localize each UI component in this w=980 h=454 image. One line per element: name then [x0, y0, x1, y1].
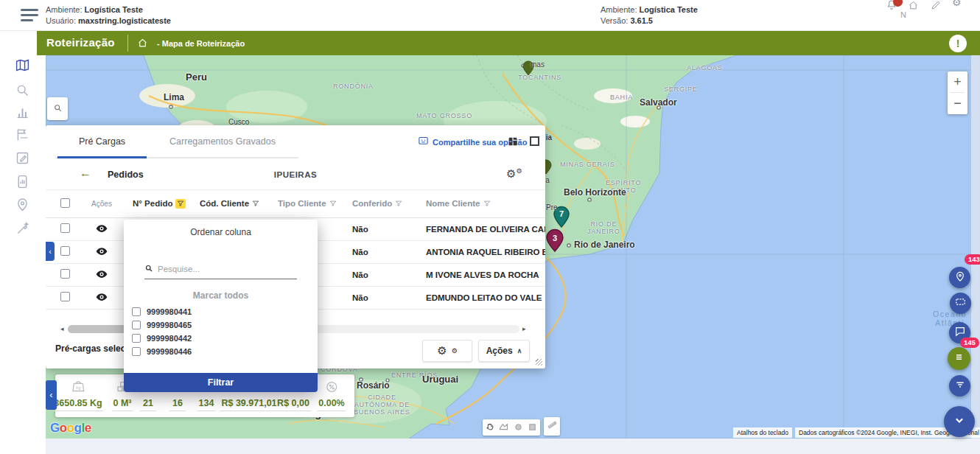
- filter-option[interactable]: 9999980442: [132, 332, 192, 344]
- view-eye-icon[interactable]: [95, 222, 108, 235]
- filter-funnel-icon[interactable]: [252, 200, 259, 209]
- header-icons: ⚙: [886, 1, 964, 11]
- zoom-in-button[interactable]: +: [948, 71, 967, 92]
- option-checkbox[interactable]: [132, 347, 141, 356]
- filter-search-input[interactable]: [158, 265, 297, 273]
- map-edge-strip: [971, 55, 980, 439]
- home-icon[interactable]: [908, 1, 920, 11]
- search-icon: [144, 262, 153, 276]
- panel-resize-handle[interactable]: [536, 359, 542, 366]
- select-all-label[interactable]: Marcar todos: [124, 290, 318, 301]
- view-eye-icon[interactable]: [95, 290, 108, 304]
- rectangle-tool-icon[interactable]: [527, 422, 539, 433]
- sidebar-item-milestones-icon[interactable]: [15, 127, 31, 143]
- menu-icon[interactable]: [21, 9, 38, 22]
- layout-grid-icon[interactable]: [508, 136, 518, 147]
- dashed-rectangle-icon: [954, 296, 967, 311]
- cell-nome-cliente: FERNANDA DE OLIVEIRA CARDO: [421, 225, 545, 234]
- feedback-icon: [418, 136, 429, 148]
- collapse-fab-button[interactable]: [944, 406, 975, 437]
- map-search-button[interactable]: [47, 97, 68, 120]
- filter-funnel-icon[interactable]: [329, 200, 337, 209]
- left-sidebar: [0, 31, 46, 454]
- environment-info: Ambiente: Logística Teste Usuário: maxst…: [46, 4, 171, 27]
- column-tipo-cliente[interactable]: Tipo Cliente: [276, 199, 351, 209]
- map-marker-cluster-7[interactable]: 7: [554, 207, 569, 228]
- cell-nome-cliente: M IVONE ALVES DA ROCHA: [421, 270, 545, 279]
- map-marker-cluster-3[interactable]: 3: [547, 230, 563, 252]
- tab-carregamentos-gravados[interactable]: Carregamentos Gravados: [160, 125, 285, 158]
- filter-option[interactable]: 9999980446: [132, 346, 192, 357]
- row-checkbox[interactable]: [60, 269, 70, 279]
- view-eye-icon[interactable]: [95, 268, 108, 281]
- percent-coin-icon: [317, 379, 346, 397]
- circle-tool-icon[interactable]: [513, 422, 525, 433]
- actions-button[interactable]: Ações∧: [478, 340, 530, 362]
- option-checkbox[interactable]: [132, 334, 141, 343]
- app-screen: 7 3 Peru Lima Cusco RONDÔNIA MATO GROSSO…: [0, 0, 980, 454]
- sidebar-item-search-icon[interactable]: [15, 83, 31, 99]
- filter-fab-button[interactable]: [949, 375, 970, 397]
- ruler-toolbar: [544, 417, 560, 436]
- column-nome-cliente[interactable]: Nome Cliente: [421, 199, 545, 209]
- maximize-icon[interactable]: [530, 136, 539, 146]
- map-draw-toolbar: [483, 419, 540, 436]
- stat-percent: 0.00%: [317, 379, 346, 411]
- bell-icon[interactable]: [886, 1, 897, 11]
- row-checkbox[interactable]: [60, 246, 70, 256]
- option-checkbox[interactable]: [132, 321, 141, 329]
- sidebar-item-map-icon[interactable]: [15, 57, 31, 74]
- user-initial: N: [900, 10, 906, 19]
- ruler-icon[interactable]: [546, 419, 559, 434]
- markers-fab-button[interactable]: [949, 267, 970, 288]
- filter-option[interactable]: 9999980441: [132, 306, 192, 318]
- filter-funnel-icon-active[interactable]: [175, 199, 186, 209]
- context-title: IPUEIRAS: [46, 170, 545, 179]
- svg-text:7: 7: [559, 209, 564, 218]
- option-checkbox[interactable]: [132, 307, 141, 316]
- notification-badge: [893, 0, 903, 7]
- list-fab-button[interactable]: [948, 347, 970, 370]
- map-zoom-control: + −: [948, 71, 967, 114]
- filter-option[interactable]: 9999980465: [132, 319, 192, 331]
- keyboard-shortcuts-link[interactable]: Atalhos do teclado: [733, 427, 792, 438]
- view-eye-icon[interactable]: [95, 245, 108, 258]
- zoom-out-button[interactable]: −: [948, 93, 967, 114]
- scroll-left-arrow[interactable]: ◂: [60, 325, 64, 333]
- pencil-icon[interactable]: [930, 1, 942, 11]
- home-icon[interactable]: [137, 38, 148, 49]
- polygon-tool-icon[interactable]: [498, 422, 510, 433]
- pan-hand-icon[interactable]: [484, 422, 496, 433]
- row-checkbox[interactable]: [60, 223, 70, 233]
- table-settings-button[interactable]: ⚙⚙: [506, 167, 522, 181]
- filter-funnel-icon[interactable]: [483, 200, 491, 209]
- column-pedido[interactable]: N° Pedido: [121, 199, 197, 209]
- list-count-badge: 145: [960, 338, 979, 348]
- sidebar-item-tools-icon[interactable]: [15, 220, 31, 237]
- filter-search: [144, 262, 297, 276]
- cell-nome-cliente: EDMUNDO LEITAO DO VALE: [421, 293, 545, 302]
- search-underline: [144, 279, 297, 279]
- row-checkbox[interactable]: [60, 292, 70, 301]
- scroll-right-arrow[interactable]: ▸: [522, 325, 526, 333]
- stats-collapse-chevron[interactable]: ‹: [46, 380, 57, 410]
- select-all-checkbox[interactable]: [60, 198, 70, 208]
- alert-button[interactable]: !: [949, 35, 967, 52]
- sidebar-item-chart-icon[interactable]: [15, 105, 31, 121]
- top-header: Ambiente: Logística Teste Usuário: maxst…: [0, 0, 980, 31]
- panel-tabs: Pré Cargas Carregamentos Gravados Compar…: [46, 125, 545, 158]
- sidebar-item-report-icon[interactable]: [15, 174, 31, 190]
- select-area-fab-button[interactable]: [950, 293, 971, 314]
- cell-conferido: Não: [351, 270, 421, 279]
- cell-nome-cliente: ANTONIA RAQUEL RIBEIRO BOM: [421, 248, 545, 256]
- gear-icon[interactable]: ⚙: [952, 0, 964, 9]
- sidebar-item-edit-icon[interactable]: [15, 150, 31, 167]
- apply-filter-button[interactable]: Filtrar: [124, 373, 318, 392]
- panel-collapse-chevron[interactable]: ‹: [46, 242, 55, 261]
- column-cod-cliente[interactable]: Cód. Cliente: [197, 199, 276, 209]
- column-conferido[interactable]: Conferido: [351, 199, 421, 209]
- footer-settings-button[interactable]: ⚙⚙: [422, 340, 472, 362]
- filter-funnel-icon[interactable]: [395, 200, 402, 209]
- sidebar-item-pin-icon[interactable]: [15, 197, 31, 213]
- tab-pre-cargas[interactable]: Pré Cargas: [57, 125, 147, 158]
